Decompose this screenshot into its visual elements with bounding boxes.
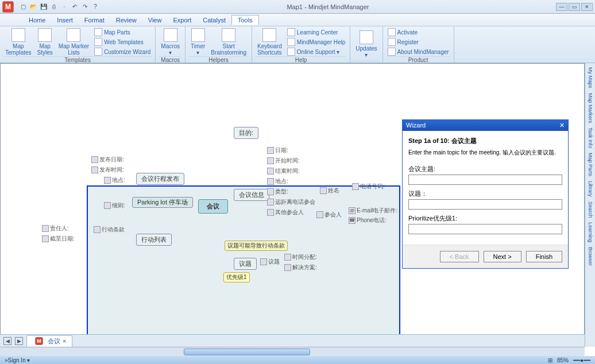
doc-tab-close-icon[interactable]: × (63, 338, 66, 344)
node-agenda[interactable]: 会议行程发布 (136, 173, 184, 185)
ribbon-btn-sm[interactable]: Map Parts (93, 28, 152, 37)
info-label[interactable]: 地点: (266, 177, 289, 185)
wizard-field-input-0[interactable] (408, 175, 562, 185)
close-button[interactable]: ✕ (581, 3, 593, 11)
ribbon-group-label (354, 61, 378, 61)
menu-tools[interactable]: Tools (231, 15, 259, 25)
info-label[interactable]: 开始时间: (266, 157, 301, 165)
ribbon-btn-sm[interactable]: Customize Wizard (93, 47, 152, 56)
menu-bar: HomeInsertFormatReviewViewExportCatalyst… (0, 14, 595, 26)
horizontal-scrollbar[interactable] (0, 347, 585, 356)
topic-label[interactable]: 解决方案: (283, 264, 318, 272)
wizard-instruction: Enter the main topic for the meeting. 输入… (408, 149, 562, 157)
qat-save-icon[interactable]: 💾 (39, 2, 48, 11)
side-tab-task-info[interactable]: Task Info (587, 126, 594, 150)
tab-next-icon[interactable]: ▶ (15, 337, 23, 345)
side-tab-library[interactable]: Library (587, 179, 594, 199)
status-zoom[interactable]: 85% (557, 357, 569, 363)
node-parking[interactable]: Parking lot 停车场 (132, 197, 193, 208)
ribbon-btn-sm[interactable]: Online Support ▾ (286, 47, 347, 56)
menu-review[interactable]: Review (110, 16, 142, 25)
side-tab-search[interactable]: Search (587, 200, 594, 220)
app-icon: M (2, 1, 14, 13)
ribbon-icon (11, 28, 25, 42)
ribbon-btn[interactable]: Map Marker Lists (57, 28, 91, 56)
menu-export[interactable]: Export (167, 16, 197, 25)
ribbon-icon (164, 28, 177, 42)
info-label[interactable]: 其他参会人 (266, 208, 305, 216)
ribbon-btn-sm[interactable]: Register (387, 37, 450, 47)
minimize-button[interactable]: — (556, 3, 567, 11)
status-view-icon[interactable]: ⊞ (548, 357, 552, 363)
wizard-next-button[interactable]: Next > (484, 251, 521, 262)
qat-open-icon[interactable]: 📂 (29, 2, 38, 11)
menu-view[interactable]: View (142, 16, 168, 25)
ribbon-icon (287, 48, 295, 56)
wizard-field-input-2[interactable] (408, 224, 562, 234)
menu-format[interactable]: Format (79, 16, 110, 25)
side-tab-map-markers[interactable]: Map Markers (587, 91, 594, 125)
side-tab-my-maps[interactable]: My Maps (587, 65, 594, 90)
menu-home[interactable]: Home (23, 16, 51, 25)
node-label[interactable]: 发布日期: (90, 156, 125, 164)
side-tab-browser[interactable]: Browser (587, 245, 594, 268)
ribbon-btn-sm[interactable]: Web Templates (93, 37, 152, 47)
node-info[interactable]: 会议信息 (234, 189, 269, 201)
ribbon-btn-sm[interactable]: Learning Center (286, 28, 347, 37)
info-label[interactable]: 远距离电话参会 (266, 198, 316, 206)
node-label[interactable]: 细则: (103, 202, 126, 210)
qat-undo-icon[interactable]: ↶ (70, 2, 79, 11)
node-label[interactable]: 责任人: (41, 224, 70, 233)
node-label[interactable]: 发布时间: (90, 166, 125, 174)
ribbon-btn[interactable]: Map Styles (36, 28, 55, 56)
doc-tab[interactable]: M 会议 × (26, 335, 72, 347)
tab-prev-icon[interactable]: ◀ (3, 337, 11, 345)
ribbon-btn-sm[interactable]: Activate (387, 28, 450, 37)
ribbon-btn[interactable]: Keyboard Shortcuts (256, 28, 284, 56)
ribbon-icon (388, 38, 396, 46)
menu-insert[interactable]: Insert (51, 16, 79, 25)
node-main[interactable]: 会议 (198, 199, 228, 214)
ribbon-group-label: Helpers (189, 56, 248, 63)
ribbon-btn[interactable]: Updates ▾ (354, 30, 378, 59)
maximize-button[interactable]: ▭ (569, 3, 580, 11)
side-tab-learning[interactable]: Learning (587, 220, 594, 244)
side-tab-map-parts[interactable]: Map Parts (587, 151, 594, 178)
scrollbar-thumb[interactable] (184, 348, 310, 355)
node-label[interactable]: 地点: (103, 176, 126, 184)
qat-print-icon[interactable]: ⎙ (49, 2, 59, 11)
info-label[interactable]: 类型: (266, 188, 289, 196)
node-purpose[interactable]: 目的: (234, 127, 258, 139)
node-label[interactable]: 行动条款 (92, 226, 126, 234)
ribbon-icon (67, 28, 80, 42)
status-signin[interactable]: »Sign In ▾ (5, 357, 30, 363)
status-zoom-slider[interactable]: ━━●━━ (573, 357, 590, 363)
ribbon-btn-sm[interactable]: About MindManager (387, 47, 450, 56)
ribbon-btn[interactable]: Map Templates (3, 28, 33, 56)
ribbon-icon (360, 30, 373, 44)
ribbon-icon (94, 48, 102, 56)
info-label[interactable]: 结束时间: (266, 167, 301, 175)
ribbon-group-help: Keyboard ShortcutsLearning CenterMindMan… (252, 26, 350, 63)
wizard-finish-button[interactable]: Finish (526, 251, 562, 262)
ribbon-btn[interactable]: Timer ▾ (189, 28, 207, 56)
ribbon-btn[interactable]: Start Brainstorming (209, 28, 248, 56)
wizard-titlebar[interactable]: Wizard ✕ (403, 120, 568, 131)
menu-catalyst[interactable]: Catalyst (197, 16, 231, 25)
node-label[interactable]: 截至日期: (41, 235, 76, 243)
node-topic-box[interactable]: 议题 (234, 258, 257, 270)
ribbon-btn-sm[interactable]: MindManager Help (286, 37, 347, 47)
wizard-field-input-1[interactable] (408, 199, 562, 210)
wizard-close-icon[interactable]: ✕ (559, 122, 565, 129)
node-hint[interactable]: 议题可能导致行动条款 (225, 241, 288, 251)
node-priority[interactable]: 优先级1 (223, 272, 250, 282)
ribbon-btn[interactable]: Macros ▾ (159, 28, 181, 56)
node-action-list[interactable]: 行动列表 (136, 234, 172, 246)
info-label[interactable]: 日期: (266, 146, 289, 154)
qat-new-icon[interactable]: ▢ (18, 2, 28, 11)
qat-help-icon[interactable]: ? (91, 2, 100, 11)
tab-bar: ◀ ▶ M 会议 × (0, 334, 585, 347)
qat-redo-icon[interactable]: ↷ (80, 2, 90, 11)
topic-label[interactable]: 议题 (259, 258, 281, 266)
topic-label[interactable]: 时间分配: (283, 253, 318, 261)
